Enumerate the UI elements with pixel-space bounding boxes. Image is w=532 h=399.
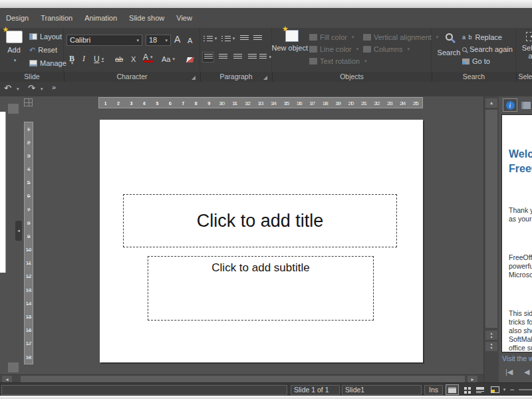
ruler-mark: 15 — [25, 310, 33, 323]
ruler-mark: 19 — [332, 98, 344, 108]
insert-mode-field[interactable]: Ins — [424, 385, 443, 395]
ruler-mark: 3 — [125, 98, 138, 108]
nav-first-button[interactable]: |◀ — [505, 368, 513, 376]
slide-position-field[interactable]: Slide 1 of 1 — [291, 385, 340, 395]
horizontal-scrollbar[interactable]: ◂ ▸ — [0, 374, 483, 382]
add-slide-button[interactable]: ★ Add — [1, 31, 27, 66]
shrink-font-button[interactable]: A — [188, 35, 192, 46]
layout-icon — [29, 33, 37, 40]
new-star-icon: ★ — [3, 26, 9, 33]
italic-button[interactable]: I — [82, 53, 85, 65]
replace-button[interactable]: a b Replace — [462, 33, 502, 41]
align-right-button[interactable] — [231, 52, 243, 63]
bold-button[interactable]: B — [69, 53, 74, 65]
subtitle-placeholder[interactable]: Click to add subtitle — [148, 256, 374, 321]
font-name-select[interactable]: Calibri — [66, 35, 142, 46]
add-slide-icon: ★ — [6, 31, 23, 43]
previous-slide-button[interactable]: ▴ ▴ — [485, 331, 497, 340]
nav-previous-button[interactable]: ◀ — [524, 368, 529, 376]
redo-dropdown[interactable] — [39, 83, 43, 93]
scroll-right-button[interactable]: ▸ — [467, 376, 477, 382]
slideshow-dropdown[interactable] — [500, 384, 507, 395]
sidebar-content-panel: Welcome to FreeOffice Presentations! Tha… — [501, 114, 532, 352]
subscript-button[interactable]: X — [131, 53, 136, 65]
notes-view-button[interactable] — [473, 384, 487, 395]
chevron-down-icon — [12, 54, 17, 66]
zoom-slider[interactable] — [519, 389, 532, 390]
slide-thumbnail-panel-edge — [0, 112, 6, 273]
toolbar-overflow-button[interactable]: » — [52, 83, 56, 91]
bullet-list-button[interactable] — [203, 33, 217, 44]
reset-button[interactable]: ↶ Reset — [29, 46, 57, 54]
ruler-mark: 3 — [25, 149, 33, 162]
thumbnail-scroll-up-button[interactable] — [8, 104, 19, 114]
slideshow-button[interactable] — [488, 384, 501, 395]
paragraph-dialog-launcher[interactable] — [263, 76, 267, 80]
thumbnail-scroll-down-button[interactable] — [8, 362, 19, 372]
underline-button[interactable]: U — [94, 53, 104, 65]
vertical-scrollbar[interactable]: ▴ ▴ ▴ ▾ ▾ — [483, 96, 499, 382]
next-slide-button[interactable]: ▾ ▾ — [485, 342, 497, 351]
freeoffice-website-link[interactable]: Visit the www.freeoffice.com website — [500, 352, 532, 364]
align-left-button[interactable] — [202, 52, 214, 63]
panel-collapse-handle[interactable]: ◂ — [15, 221, 22, 241]
ribbon-tab[interactable]: Animation — [78, 8, 123, 28]
normal-view-button[interactable] — [446, 384, 459, 395]
change-case-button[interactable]: Aa — [162, 53, 175, 65]
help-sidebar: i Welcome to FreeOffice Presentations! T… — [500, 96, 532, 382]
undo-button[interactable]: ↶ — [4, 83, 11, 93]
ribbon-tab[interactable]: Slide show — [123, 8, 170, 28]
ruler-mark: 12 — [241, 98, 254, 108]
group-label-character: Character — [64, 72, 200, 82]
ribbon-group-paragraph — [200, 28, 272, 72]
grow-font-button[interactable]: A — [174, 33, 180, 45]
align-center-button[interactable] — [217, 52, 229, 63]
welcome-paragraph: Thank you for choosing FreeOffice as you… — [509, 206, 532, 223]
font-size-select[interactable]: 18 — [146, 35, 171, 46]
justify-button[interactable] — [246, 52, 258, 63]
strikethrough-button[interactable]: ab — [115, 53, 123, 65]
decrease-indent-button[interactable] — [239, 33, 249, 44]
select-all-icon — [526, 32, 532, 41]
remove-formatting-button[interactable] — [187, 54, 194, 65]
zoom-out-button[interactable]: − — [508, 384, 516, 395]
vertical-scroll-thumb[interactable] — [485, 110, 497, 328]
welcome-heading: Welcome to FreeOffice Presentations! — [509, 147, 532, 176]
slide-name-field[interactable]: Slide1 — [342, 385, 422, 395]
slide-sorter-view-button[interactable] — [460, 384, 473, 395]
line-spacing-button[interactable] — [259, 52, 271, 63]
window-bottom-strip — [0, 396, 532, 399]
search-again-button[interactable]: Search again — [462, 45, 513, 53]
group-label-slide: Slide — [0, 72, 64, 82]
undo-dropdown[interactable] — [15, 83, 19, 93]
font-color-button[interactable]: A — [143, 53, 153, 63]
fill-color-button: Fill color — [309, 33, 354, 41]
new-object-button[interactable]: ★ New object — [276, 30, 308, 53]
go-to-button[interactable]: Go to — [462, 57, 490, 65]
sidebar-info-tab[interactable]: i — [503, 98, 517, 112]
title-placeholder[interactable]: Click to add title — [123, 194, 397, 247]
notes-view-icon — [476, 387, 484, 393]
select-all-button[interactable]: Select all — [518, 32, 532, 60]
justify-icon — [248, 54, 257, 61]
ruler-mark: 16 — [25, 324, 33, 337]
scroll-up-button[interactable]: ▴ — [485, 98, 497, 108]
ruler-mark: 9 — [25, 229, 33, 243]
layout-button[interactable]: Layout — [29, 33, 69, 41]
ribbon-tab[interactable]: View — [170, 8, 198, 28]
increase-indent-icon — [253, 35, 262, 42]
ribbon-tab-bar: DesignTransitionAnimationSlide showView — [0, 8, 532, 28]
numbered-list-button[interactable] — [221, 33, 235, 44]
ribbon-tab[interactable]: Transition — [35, 8, 78, 28]
redo-button[interactable]: ↷ — [28, 83, 35, 93]
horizontal-scroll-thumb[interactable] — [21, 376, 465, 382]
columns-icon — [363, 46, 371, 53]
line-color-button: Line color — [309, 45, 358, 53]
character-dialog-launcher[interactable] — [192, 76, 196, 80]
slide-canvas[interactable]: Click to add title Click to add subtitle — [100, 120, 423, 362]
search-button[interactable]: Search — [437, 33, 461, 57]
chevron-down-icon — [163, 35, 168, 46]
scroll-left-button[interactable]: ◂ — [2, 376, 12, 382]
ruler-mark: 6 — [25, 190, 33, 203]
increase-indent-button[interactable] — [252, 33, 263, 44]
